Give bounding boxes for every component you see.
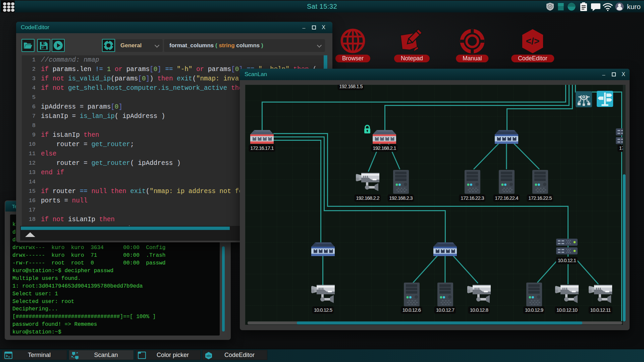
svg-text:</>: </>: [526, 36, 539, 46]
svg-text:</>: </>: [206, 354, 211, 358]
